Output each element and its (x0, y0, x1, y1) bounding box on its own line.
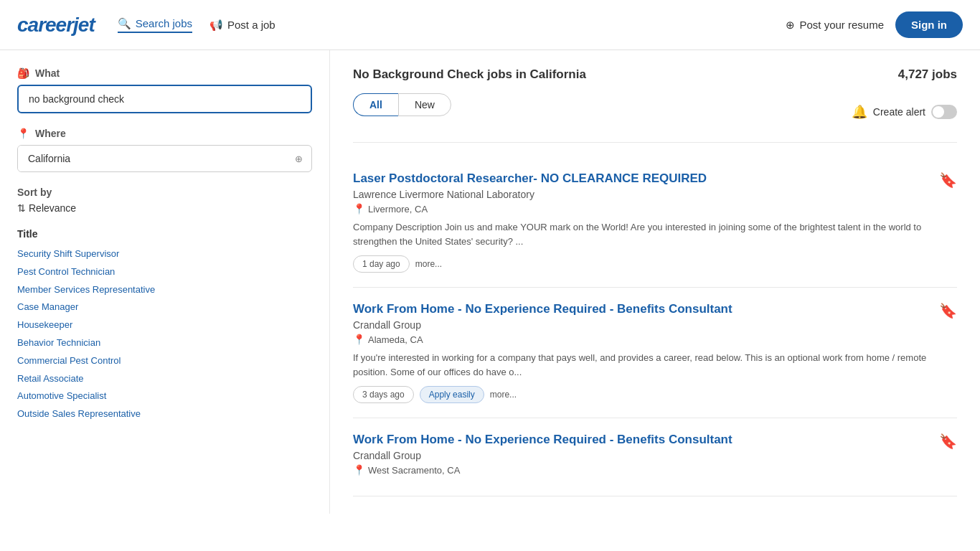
results-header: No Background Check jobs in California 4… (353, 67, 957, 82)
sort-arrows-icon: ⇅ (17, 202, 26, 214)
job-description: Company Description Join us and make YOU… (353, 220, 957, 248)
job-card: 🔖 Laser Postdoctoral Researcher- NO CLEA… (353, 157, 957, 288)
title-link[interactable]: Retail Associate (17, 373, 84, 384)
title-section-heading: Title (17, 228, 312, 240)
title-list: Security Shift Supervisor Pest Control T… (17, 247, 312, 422)
list-item: Security Shift Supervisor (17, 247, 312, 262)
apply-easily-tag: Apply easily (420, 386, 484, 403)
title-link[interactable]: Behavior Technician (17, 337, 100, 348)
title-link[interactable]: Outside Sales Representative (17, 408, 141, 419)
tabs-and-alert: All New 🔔 Create alert (353, 93, 957, 143)
sign-in-button[interactable]: Sign in (895, 11, 963, 38)
plus-circle-icon: ⊕ (786, 19, 795, 32)
job-location: 📍 Alameda, CA (353, 334, 957, 345)
job-title-link[interactable]: Work From Home - No Experience Required … (353, 302, 957, 316)
nav-post-a-job[interactable]: 📢 Post a job (209, 19, 275, 32)
job-title-link[interactable]: Laser Postdoctoral Researcher- NO CLEARA… (353, 171, 957, 186)
job-location: 📍 West Sacramento, CA (353, 464, 957, 476)
list-item: Pest Control Technician (17, 265, 312, 280)
location-pin-icon: 📍 (353, 464, 365, 476)
location-pin-icon: 📍 (353, 203, 365, 215)
geolocate-button[interactable]: ⊕ (286, 148, 311, 170)
job-description: If you're interested in working for a co… (353, 351, 957, 379)
content-area: No Background Check jobs in California 4… (330, 50, 980, 514)
tab-all[interactable]: All (353, 93, 398, 116)
job-title-link[interactable]: Work From Home - No Experience Required … (353, 433, 957, 447)
list-item: Member Services Representative (17, 283, 312, 298)
list-item: Housekeeper (17, 318, 312, 333)
title-link[interactable]: Commercial Pest Control (17, 355, 121, 366)
list-item: Outside Sales Representative (17, 407, 312, 422)
where-section: 📍 Where ⊕ (17, 128, 312, 172)
list-item: Behavior Technician (17, 336, 312, 351)
alert-label: Create alert (873, 106, 925, 118)
title-link[interactable]: Pest Control Technician (17, 266, 115, 277)
bookmark-icon[interactable]: 🔖 (939, 171, 957, 189)
results-count: 4,727 jobs (898, 67, 957, 82)
job-meta: 1 day ago more... (353, 255, 957, 273)
megaphone-icon: 📢 (209, 19, 223, 32)
title-link[interactable]: Automotive Specialist (17, 390, 106, 401)
header: careerjet 🔍 Search jobs 📢 Post a job ⊕ P… (0, 0, 980, 50)
tab-new[interactable]: New (398, 93, 451, 116)
job-card: 🔖 Work From Home - No Experience Require… (353, 418, 957, 496)
bookmark-icon[interactable]: 🔖 (939, 433, 957, 450)
job-company: Crandall Group (353, 450, 957, 461)
job-company: Crandall Group (353, 319, 957, 331)
title-link[interactable]: Case Manager (17, 301, 78, 312)
sidebar: 🎒 What 📍 Where ⊕ Sort by ⇅ Relevance (0, 50, 330, 514)
title-link[interactable]: Housekeeper (17, 319, 72, 330)
list-item: Case Manager (17, 300, 312, 315)
crosshair-icon: ⊕ (295, 154, 303, 164)
main-layout: 🎒 What 📍 Where ⊕ Sort by ⇅ Relevance (0, 50, 980, 514)
list-item: Automotive Specialist (17, 389, 312, 404)
where-label: 📍 Where (17, 128, 312, 139)
job-company: Lawrence Livermore National Laboratory (353, 189, 957, 200)
filter-tabs: All New (353, 93, 451, 116)
bell-icon: 🔔 (852, 104, 867, 120)
more-link[interactable]: more... (415, 259, 442, 269)
what-label: 🎒 What (17, 67, 312, 79)
title-link[interactable]: Member Services Representative (17, 284, 155, 295)
post-resume-link[interactable]: ⊕ Post your resume (786, 19, 884, 32)
bookmark-icon[interactable]: 🔖 (939, 302, 957, 319)
header-right: ⊕ Post your resume Sign in (786, 11, 963, 38)
what-input[interactable] (17, 85, 312, 113)
list-item: Retail Associate (17, 372, 312, 387)
more-link[interactable]: more... (490, 390, 517, 400)
results-title: No Background Check jobs in California (353, 67, 586, 82)
logo: careerjet (17, 14, 95, 37)
nav-search-jobs[interactable]: 🔍 Search jobs (118, 17, 192, 33)
title-section: Title Security Shift Supervisor Pest Con… (17, 228, 312, 422)
alert-toggle[interactable] (931, 105, 957, 119)
location-label-icon: 📍 (17, 128, 29, 139)
alert-section: 🔔 Create alert (852, 104, 957, 120)
list-item: Commercial Pest Control (17, 354, 312, 369)
search-icon: 🔍 (118, 17, 131, 30)
nav-links: 🔍 Search jobs 📢 Post a job (118, 17, 763, 33)
time-ago-tag: 3 days ago (353, 386, 414, 403)
job-location: 📍 Livermore, CA (353, 203, 957, 215)
job-meta: 3 days ago Apply easily more... (353, 386, 957, 403)
job-card: 🔖 Work From Home - No Experience Require… (353, 288, 957, 418)
briefcase-icon: 🎒 (17, 67, 29, 79)
sort-select[interactable]: ⇅ Relevance (17, 202, 312, 214)
where-input[interactable] (18, 146, 286, 171)
time-ago-tag: 1 day ago (353, 255, 410, 273)
location-pin-icon: 📍 (353, 334, 365, 345)
where-input-wrapper: ⊕ (17, 145, 312, 172)
title-link[interactable]: Security Shift Supervisor (17, 248, 119, 259)
sort-section: Sort by ⇅ Relevance (17, 187, 312, 214)
sort-label: Sort by (17, 187, 312, 198)
